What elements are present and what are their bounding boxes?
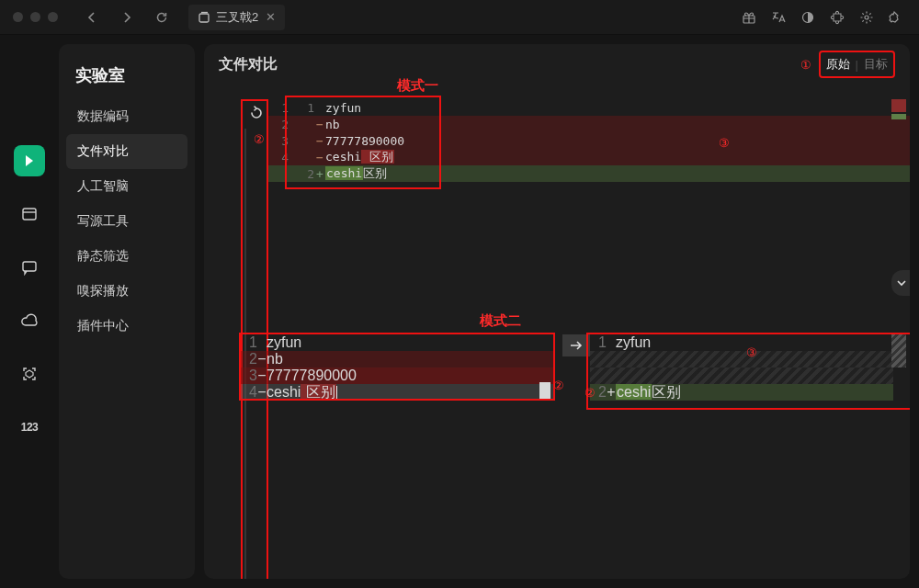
annotation-mode2: 模式二 bbox=[480, 312, 521, 330]
minimap-pane2[interactable] bbox=[891, 334, 906, 368]
rail-scan-icon[interactable] bbox=[14, 358, 45, 390]
traffic-min[interactable] bbox=[30, 12, 40, 22]
annotation-mode1: 模式一 bbox=[397, 77, 438, 95]
annotation-marker-1-head: ① bbox=[800, 58, 811, 72]
rail-panel-icon[interactable] bbox=[14, 198, 45, 230]
annotation-marker-2b: ② bbox=[553, 379, 564, 392]
contrast-icon[interactable] bbox=[794, 5, 822, 30]
annotation-marker-2c: ② bbox=[584, 386, 596, 400]
svg-rect-0 bbox=[199, 14, 209, 22]
main-title: 文件对比 bbox=[219, 55, 278, 74]
annotation-marker-3a: ③ bbox=[719, 136, 730, 150]
tab-current[interactable]: 三叉戟2 ✕ bbox=[188, 5, 285, 30]
traffic-max[interactable] bbox=[48, 12, 58, 22]
undo-button[interactable] bbox=[242, 100, 267, 126]
sidebar-item-aibrain[interactable]: 人工智脑 bbox=[66, 169, 187, 204]
svg-point-3 bbox=[865, 16, 868, 19]
sidebar-item-plugins[interactable]: 插件中心 bbox=[66, 309, 187, 344]
sidebar-item-filediff[interactable]: 文件对比 bbox=[66, 134, 187, 169]
svg-rect-5 bbox=[23, 262, 36, 271]
annotation-box-unified bbox=[285, 96, 441, 189]
annotation-marker-2a: ② bbox=[254, 132, 265, 146]
sidebar-item-encoding[interactable]: 数据编码 bbox=[66, 99, 187, 134]
traffic-close[interactable] bbox=[13, 12, 23, 22]
window-traffic-lights bbox=[13, 12, 58, 22]
reload-button[interactable] bbox=[148, 6, 176, 29]
titlebar: 三叉戟2 ✕ bbox=[0, 0, 919, 35]
annotation-box-split-left bbox=[239, 333, 555, 401]
translate-icon[interactable] bbox=[765, 5, 792, 30]
sidebar: 实验室 数据编码 文件对比 人工智脑 写源工具 静态筛选 嗅探播放 插件中心 bbox=[59, 44, 195, 579]
sidebar-title: 实验室 bbox=[66, 61, 187, 99]
tab-close-button[interactable]: ✕ bbox=[264, 10, 278, 24]
pin-icon[interactable] bbox=[882, 5, 910, 30]
view-toggle[interactable]: 原始 | 目标 bbox=[819, 51, 895, 78]
main-header: 文件对比 ① 原始 | 目标 bbox=[204, 44, 910, 85]
activity-rail: 123 bbox=[0, 35, 59, 588]
view-target[interactable]: 目标 bbox=[864, 56, 888, 73]
titlebar-actions bbox=[735, 5, 910, 30]
nav-forward-button[interactable] bbox=[113, 6, 141, 29]
svg-rect-4 bbox=[23, 209, 36, 220]
sidebar-item-filter[interactable]: 静态筛选 bbox=[66, 239, 187, 274]
side-expand-handle[interactable] bbox=[891, 270, 910, 296]
rail-chat-icon[interactable] bbox=[14, 252, 45, 283]
tab-label: 三叉戟2 bbox=[216, 9, 258, 26]
main-panel: 文件对比 ① 原始 | 目标 模式一 ② 11 zyfun 2−nb 3−777… bbox=[204, 44, 910, 579]
rail-lab-icon[interactable] bbox=[14, 145, 45, 176]
rail-123-icon[interactable]: 123 bbox=[14, 412, 45, 443]
rail-cloud-icon[interactable] bbox=[14, 305, 45, 336]
tab-box-icon bbox=[198, 11, 210, 24]
annotation-box-split-right bbox=[586, 333, 910, 410]
annotation-marker-3b: ③ bbox=[746, 345, 757, 359]
sidebar-item-source[interactable]: 写源工具 bbox=[66, 204, 187, 239]
nav-back-button[interactable] bbox=[78, 6, 106, 29]
minimap-pane1[interactable] bbox=[891, 99, 906, 119]
view-sep: | bbox=[856, 58, 858, 72]
puzzle-icon[interactable] bbox=[823, 5, 851, 30]
sidebar-item-sniff[interactable]: 嗅探播放 bbox=[66, 274, 187, 309]
gear-icon[interactable] bbox=[853, 5, 880, 30]
view-original[interactable]: 原始 bbox=[826, 56, 850, 73]
gift-icon[interactable] bbox=[735, 5, 763, 30]
